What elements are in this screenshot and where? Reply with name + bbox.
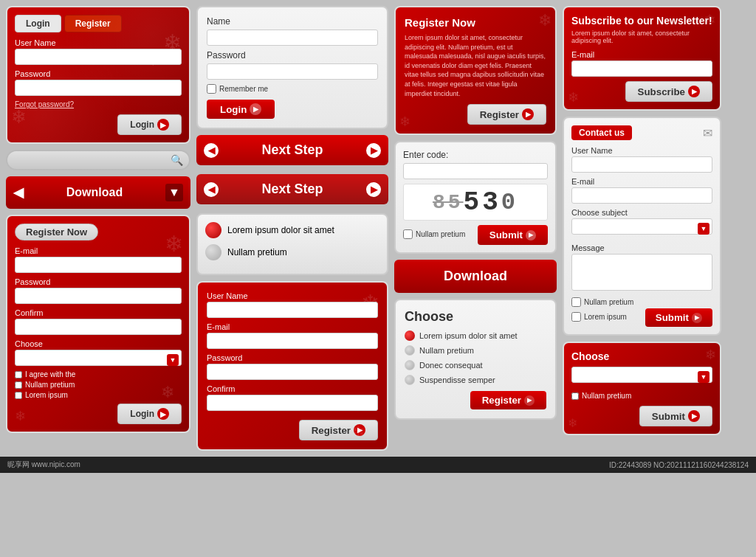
choose-small-select[interactable] <box>571 367 712 383</box>
next-step-1-container: ◀ Next Step ▶ <box>196 135 388 168</box>
reg-arrow-icon: ▶ <box>157 408 169 420</box>
captcha-check[interactable] <box>403 229 413 239</box>
captcha-widget: Enter code: 85 53 0 Nullam pretium Submi… <box>394 141 557 254</box>
choose-radio-3-icon <box>405 360 415 370</box>
reg-password-input[interactable] <box>15 288 182 304</box>
choose-title: Choose <box>405 309 546 325</box>
tab-login-button[interactable]: Login <box>15 15 61 32</box>
choose-register-button[interactable]: Register ▶ <box>470 391 546 409</box>
bottom-bar: 昵享网 www.nipic.com ID:22443089 NO:2021112… <box>0 457 756 473</box>
contact-subject-select[interactable] <box>571 218 712 235</box>
next-step-button-2[interactable]: ◀ Next Step ▶ <box>196 174 388 204</box>
next-step-button-1[interactable]: ◀ Next Step ▶ <box>196 135 388 165</box>
captcha-submit-button[interactable]: Submit ▶ <box>478 225 548 245</box>
lorem-checkbox[interactable] <box>15 392 22 399</box>
mail-icon: ✉ <box>703 126 712 140</box>
username-input[interactable] <box>15 49 182 65</box>
radio-list-widget: Lorem ipsum dolor sit amet Nullam pretiu… <box>196 213 388 275</box>
agree-checkbox[interactable] <box>15 371 22 378</box>
form-login-button[interactable]: Login ▶ <box>207 100 275 119</box>
tab-register-button[interactable]: Register <box>64 15 122 32</box>
form-password-input[interactable] <box>207 63 378 80</box>
download-button-1[interactable]: ◀ Download ▼ <box>6 176 190 209</box>
choose-item-1: Lorem ipsum dolor sit amet <box>405 331 546 341</box>
reg-login-button[interactable]: Login ▶ <box>117 404 182 424</box>
forgot-password-link[interactable]: Forgot password? <box>15 100 182 108</box>
login-widget: ❄ ❄ ❄ Login Register User Name Password … <box>6 6 190 144</box>
radio-circle-red-icon <box>205 222 221 238</box>
next-step-2-container: ◀ Next Step ▶ <box>196 174 388 207</box>
next-step-right-arrow-icon: ▶ <box>366 143 381 158</box>
reg2-confirm-label: Confirm <box>207 384 378 393</box>
newsletter-desc: Lorem ipsum dolor sit amet, consectetur … <box>571 30 712 44</box>
reg2-confirm-input[interactable] <box>207 395 378 411</box>
contact-username-label: User Name <box>571 146 712 155</box>
remember-checkbox[interactable] <box>207 84 216 94</box>
newsletter-widget: ❄ ❄ Subscribe to our Newsletter! Lorem i… <box>563 6 721 111</box>
reg2-password-input[interactable] <box>207 364 378 380</box>
choose-radio-4-icon <box>405 375 415 385</box>
reg2-arrow-icon: ▶ <box>354 424 365 436</box>
choose-small-submit-button[interactable]: Submit ▶ <box>639 406 712 426</box>
contact-check2[interactable] <box>571 312 581 322</box>
register-now-header-title: Register Now <box>405 16 546 29</box>
reg-email-input[interactable] <box>15 257 182 273</box>
form-name-input[interactable] <box>207 30 378 46</box>
choose-small-submit-arrow-icon: ▶ <box>688 410 700 422</box>
search-icon[interactable]: 🔍 <box>171 154 183 166</box>
column-2: Name Password Remember me Login ▶ <box>196 6 388 451</box>
reg2-password-label: Password <box>207 353 378 362</box>
radio-item-2: Nullam pretium <box>205 244 379 260</box>
login-arrow-icon: ▶ <box>157 119 169 131</box>
reg-email-label: E-mail <box>15 246 182 255</box>
enter-code-label: Enter code: <box>403 150 548 160</box>
contact-submit-button[interactable]: Submit ▶ <box>645 308 712 327</box>
register-form-2: ❄ ❄ User Name E-mail Password Confirm Re… <box>196 281 388 451</box>
reg2-username-label: User Name <box>207 291 378 300</box>
subscribe-button[interactable]: Subscribe ▶ <box>625 81 712 102</box>
download-button-2[interactable]: Download <box>394 260 557 293</box>
column-1: ❄ ❄ ❄ Login Register User Name Password … <box>6 6 190 451</box>
username-label: User Name <box>15 38 182 47</box>
form-login-arrow-icon: ▶ <box>250 103 261 115</box>
contact-subject-label: Choose subject <box>571 208 712 217</box>
contact-check1[interactable] <box>571 297 581 307</box>
newsletter-email-input[interactable] <box>571 60 712 77</box>
contact-username-input[interactable] <box>571 156 712 173</box>
choose-small-check[interactable] <box>571 392 579 400</box>
contact-message-textarea[interactable] <box>571 254 712 291</box>
next-step2-left-arrow-icon: ◀ <box>204 182 219 197</box>
radio-item-1: Lorem ipsum dolor sit amet <box>205 222 379 238</box>
search-input[interactable] <box>13 155 168 165</box>
captcha-input[interactable] <box>403 163 548 179</box>
contact-title: Contact us <box>571 125 632 140</box>
contact-email-label: E-mail <box>571 177 712 186</box>
reg2-register-button[interactable]: Register ▶ <box>299 420 378 440</box>
form-name-label: Name <box>207 16 378 27</box>
choose-radio-1-icon <box>405 331 415 341</box>
password-label: Password <box>15 69 182 78</box>
choose-item-4: Suspendisse semper <box>405 375 546 385</box>
login-tabs: Login Register <box>15 15 182 32</box>
login-button[interactable]: Login ▶ <box>117 114 182 135</box>
contact-submit-arrow-icon: ▶ <box>692 313 702 323</box>
column-4: ❄ ❄ Subscribe to our Newsletter! Lorem i… <box>563 6 721 451</box>
register-now-header-text: Lorem ipsum dolor sit amet, consectetur … <box>405 33 546 98</box>
register-now-button[interactable]: Register ▶ <box>467 104 546 125</box>
password-input[interactable] <box>15 80 182 96</box>
column-3: ❄ ❄ Register Now Lorem ipsum dolor sit a… <box>394 6 557 451</box>
download-left-arrow-icon: ◀ <box>13 184 24 201</box>
register-now-title: Register Now <box>15 224 98 241</box>
contact-email-input[interactable] <box>571 187 712 204</box>
nullam-checkbox[interactable] <box>15 381 22 389</box>
reg-password-label: Password <box>15 277 182 286</box>
reg2-email-input[interactable] <box>207 333 378 349</box>
reg-choose-select[interactable] <box>15 350 182 366</box>
choose-radio-2-icon <box>405 345 415 356</box>
register-now-top: ❄ ❄ Register Now Lorem ipsum dolor sit a… <box>394 6 557 135</box>
subscribe-arrow-icon: ▶ <box>688 86 700 97</box>
reg2-username-input[interactable] <box>207 302 378 318</box>
bottom-right-text: ID:22443089 NO:20211121160244238124 <box>609 461 749 469</box>
reg-confirm-input[interactable] <box>15 319 182 335</box>
contact-message-label: Message <box>571 243 712 252</box>
